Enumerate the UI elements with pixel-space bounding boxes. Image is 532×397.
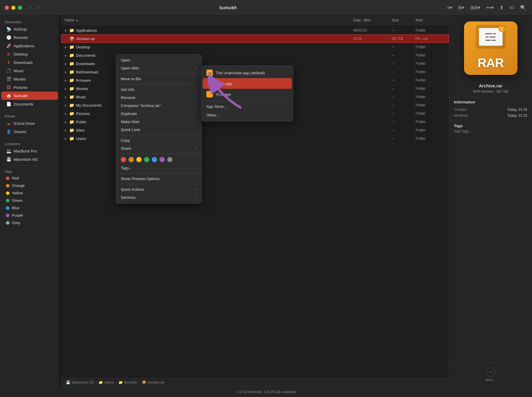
crumb-label: Users	[104, 380, 113, 385]
ctx-copy[interactable]: Copy	[116, 136, 202, 144]
submenu-app-store[interactable]: App Store...	[202, 102, 293, 111]
download-badge: ⬇	[498, 26, 505, 32]
file-kind: Folder	[416, 136, 445, 141]
table-row[interactable]: 📦 Archive.rar 15:15 687 KB RA...ive	[61, 34, 449, 43]
breadcrumb-separator: ›	[96, 380, 97, 385]
table-row[interactable]: ▶ 📁 Applications 06/01/22 -- Folder	[61, 26, 449, 34]
breadcrumb-users[interactable]: 📁 Users	[99, 380, 113, 385]
submenu-vlc[interactable]: 🔶 VLC.app	[202, 89, 293, 100]
ctx-color-orange[interactable]	[129, 157, 134, 162]
main-layout: Favourites 📡 AirDrop 🕐 Recents 🚀 Applica…	[0, 15, 532, 386]
breadcrumb-sumukh[interactable]: 📁 Sumukh	[118, 380, 137, 385]
submenu-unarchiver[interactable]: 📦 The Unarchiver.app (default)	[202, 67, 293, 78]
submenu-keka[interactable]: 🗜 Keka.app	[203, 78, 292, 89]
col-size-header[interactable]: Size	[392, 18, 416, 22]
search-icon[interactable]: 🔍	[519, 4, 527, 12]
ctx-services[interactable]: Services ›	[116, 193, 202, 201]
sidebar-item-sumukh[interactable]: 🏠 Sumukh	[1, 92, 58, 100]
col-kind-header[interactable]: Kind	[416, 18, 445, 22]
expander-icon[interactable]: ▶	[65, 112, 68, 115]
file-size: --	[392, 120, 416, 124]
expander-icon[interactable]: ▶	[65, 137, 68, 140]
grey-dot	[6, 221, 10, 225]
ctx-duplicate[interactable]: Duplicate	[116, 110, 202, 118]
ctx-open[interactable]: Open	[116, 56, 202, 64]
expander-icon[interactable]: ▶	[65, 45, 68, 49]
share-icon[interactable]: ⬆	[498, 4, 505, 12]
sidebar-item-pictures[interactable]: 🖼 Pictures	[1, 83, 58, 92]
ctx-quick-actions[interactable]: Quick Actions ›	[116, 185, 202, 193]
sidebar-divider-3	[5, 165, 54, 166]
expander-icon[interactable]: ▶	[65, 70, 68, 74]
folder-icon: 📁	[69, 61, 74, 66]
column-view-icon[interactable]: ⊞▾	[457, 4, 466, 12]
file-list-header: Name ▲ Date...ified Size Kind	[61, 15, 449, 25]
sidebar-item-desktop[interactable]: 🖥 Desktop	[1, 50, 58, 58]
ctx-color-red[interactable]	[121, 157, 126, 162]
ctx-get-info[interactable]: Get Info	[116, 86, 202, 94]
documents-icon: 📄	[6, 101, 11, 107]
more-actions-icon[interactable]: •••▾	[485, 4, 495, 12]
sidebar-item-tag-purple[interactable]: Purple	[1, 212, 58, 219]
list-view-icon[interactable]: ≡▾	[446, 4, 453, 12]
expander-icon[interactable]: ▶	[65, 104, 68, 107]
sidebar-item-macbook[interactable]: 💻 MacBook Pro	[1, 147, 58, 155]
expander-icon[interactable]: ▶	[65, 29, 68, 32]
more-button-area[interactable]: ··· More...	[449, 362, 532, 386]
ctx-color-grey[interactable]	[167, 157, 172, 162]
col-date-header[interactable]: Date...ified	[353, 18, 392, 22]
sidebar-item-movies[interactable]: 🎬 Movies	[1, 75, 58, 83]
sidebar-item-tag-blue[interactable]: Blue	[1, 204, 58, 212]
submenu-other[interactable]: Other...	[202, 111, 293, 119]
sidebar-item-tag-orange[interactable]: Orange	[1, 182, 58, 189]
sidebar-item-music[interactable]: 🎵 Music	[1, 67, 58, 75]
window-title: Sumukh	[10, 5, 446, 10]
ctx-rename[interactable]: Rename	[116, 94, 202, 102]
ctx-show-preview-options[interactable]: Show Preview Options	[116, 175, 202, 183]
ctx-compress[interactable]: Compress "Archive.rar"	[116, 102, 202, 110]
sidebar-item-documents[interactable]: 📄 Documents	[1, 100, 58, 108]
sidebar-item-shared[interactable]: 👤 Shared	[1, 127, 58, 136]
col-name-header[interactable]: Name ▲	[65, 18, 353, 22]
expander-icon[interactable]: ▶	[65, 129, 68, 132]
ctx-color-blue[interactable]	[152, 157, 157, 162]
sidebar-item-tag-yellow[interactable]: Yellow	[1, 189, 58, 197]
sidebar-item-macintosh-hd[interactable]: 💾 Macintosh HD	[1, 155, 58, 163]
icloud-label: iCloud	[0, 112, 59, 119]
file-date: 15:15	[353, 37, 392, 41]
sidebar-item-icloud-drive[interactable]: ☁ iCloud Drive	[1, 119, 58, 127]
ctx-move-to-bin[interactable]: Move to Bin	[116, 75, 202, 83]
ctx-color-yellow[interactable]	[136, 157, 142, 162]
ctx-color-green[interactable]	[144, 157, 149, 162]
sidebar-item-tag-green[interactable]: Green	[1, 197, 58, 204]
crumb-label: Archive.rar	[148, 380, 165, 385]
ctx-open-with[interactable]: Open With ›	[116, 64, 202, 72]
sidebar-item-recents[interactable]: 🕐 Recents	[1, 33, 58, 42]
sidebar-item-applications[interactable]: 🚀 Applications	[1, 42, 58, 50]
breadcrumb-macintosh[interactable]: 💾 Macintosh HD	[66, 380, 94, 385]
add-tags-button[interactable]: Add Tags...	[454, 129, 527, 133]
grid-view-icon[interactable]: ⊞⊞▾	[469, 4, 482, 12]
table-row[interactable]: ▶ 📁 Desktop -- Folder	[61, 43, 449, 51]
expander-icon[interactable]: ▶	[65, 62, 68, 65]
folder-icon: 📁	[69, 103, 74, 108]
close-button[interactable]	[5, 6, 9, 10]
ctx-quick-look-label: Quick Look	[121, 127, 140, 132]
expander-icon[interactable]: ▶	[65, 79, 68, 82]
expander-icon[interactable]: ▶	[65, 87, 68, 90]
sidebar-item-tag-red[interactable]: Red	[1, 174, 58, 182]
ctx-quick-look[interactable]: Quick Look	[116, 126, 202, 134]
sidebar-item-downloads[interactable]: ⬇ Downloads	[1, 58, 58, 67]
expander-icon[interactable]: ▶	[65, 120, 68, 124]
sidebar-item-tag-grey[interactable]: Grey	[1, 219, 58, 226]
ctx-share[interactable]: Share ›	[116, 144, 202, 152]
expander-icon[interactable]: ▶	[65, 95, 68, 99]
ctx-color-purple[interactable]	[159, 157, 165, 162]
ctx-make-alias[interactable]: Make Alias	[116, 118, 202, 126]
tag-icon[interactable]: 🏷	[508, 4, 515, 12]
breadcrumb-archive[interactable]: 📦 Archive.rar	[142, 380, 165, 385]
expander-icon[interactable]: ▶	[65, 54, 68, 57]
rar-file-icon: 📦	[69, 36, 75, 41]
ctx-tags[interactable]: Tags...	[116, 164, 202, 172]
sidebar-item-airdrop[interactable]: 📡 AirDrop	[1, 25, 58, 33]
